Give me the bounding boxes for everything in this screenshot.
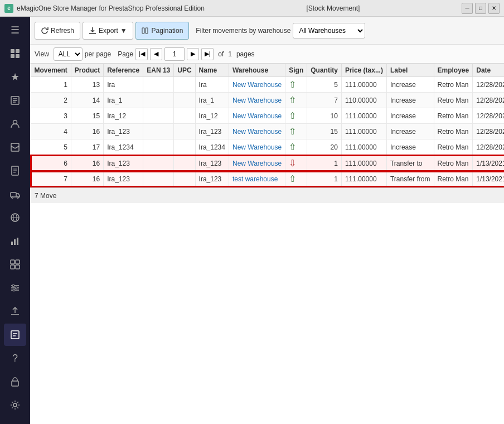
warehouse-filter-select[interactable]: All Warehouses New Warehouse test wareho… <box>293 23 365 38</box>
page-number-input[interactable] <box>164 47 185 61</box>
table-cell[interactable]: New Warehouse <box>229 124 285 139</box>
table-cell[interactable]: New Warehouse <box>229 77 285 93</box>
app-title: eMagicOne Store Manager for PrestaShop P… <box>17 4 205 12</box>
sidebar-item-customers[interactable] <box>4 113 26 135</box>
svg-rect-1 <box>16 49 20 53</box>
total-pages: 1 <box>228 50 232 58</box>
table-cell: 16 <box>71 124 103 139</box>
table-cell: ⇧ <box>285 171 307 187</box>
table-row[interactable]: 113IraIraNew Warehouse⇧5111.00000Increas… <box>31 77 504 93</box>
table-cell: 4 <box>31 124 71 139</box>
table-cell: Transfer to <box>386 155 434 171</box>
of-label: of <box>218 50 224 58</box>
refresh-icon <box>41 27 49 35</box>
svg-rect-41 <box>146 28 148 33</box>
sidebar-item-web[interactable] <box>4 206 26 229</box>
maximize-button[interactable]: □ <box>475 3 486 14</box>
table-cell: Ira_123 <box>104 124 143 139</box>
sidebar-item-catalog[interactable] <box>4 160 26 182</box>
table-cell <box>143 155 174 171</box>
table-cell: 20 <box>307 139 342 156</box>
prev-page-button[interactable]: ◀ <box>150 48 162 60</box>
table-cell: Ira_1234 <box>104 139 143 156</box>
table-cell <box>143 77 174 93</box>
sidebar-item-orders[interactable] <box>4 89 26 112</box>
sidebar-item-help[interactable]: ? <box>4 347 26 369</box>
sidebar-item-dashboard[interactable] <box>4 42 26 65</box>
pagination-label: Pagination <box>152 27 183 35</box>
export-button[interactable]: Export ▼ <box>83 22 133 40</box>
export-icon <box>89 27 96 35</box>
sidebar-item-favorites[interactable]: ★ <box>4 66 26 88</box>
table-cell <box>143 171 174 187</box>
table-cell: Ira_1 <box>104 93 143 108</box>
sidebar-item-products[interactable] <box>4 136 26 158</box>
table-row[interactable]: 214Ira_1Ira_1New Warehouse⇧7110.00000Inc… <box>31 93 504 108</box>
last-page-button[interactable]: ▶| <box>201 48 214 60</box>
table-cell: 2 <box>31 93 71 108</box>
svg-point-16 <box>17 197 19 199</box>
table-cell: 15 <box>307 124 342 139</box>
sidebar-item-reports[interactable] <box>4 230 26 252</box>
svg-point-31 <box>15 287 17 289</box>
table-row[interactable]: 315Ira_12Ira_12New Warehouse⇧10111.00000… <box>31 108 504 124</box>
sidebar-item-stock[interactable] <box>4 324 26 346</box>
table-row[interactable]: 517Ira_1234Ira_1234New Warehouse⇧20111.0… <box>31 139 504 156</box>
sign-up-icon: ⇧ <box>289 127 296 136</box>
sidebar-item-lock[interactable] <box>4 370 26 393</box>
warehouse-link[interactable]: New Warehouse <box>232 81 282 89</box>
table-cell[interactable]: test warehouse <box>229 171 285 187</box>
sidebar-item-upload[interactable] <box>4 300 26 322</box>
table-row[interactable]: 416Ira_123Ira_123New Warehouse⇧15111.000… <box>31 124 504 139</box>
pagination-button[interactable]: Pagination <box>135 22 190 40</box>
table-cell: 5 <box>31 139 71 156</box>
svg-rect-40 <box>142 28 144 33</box>
warehouse-link[interactable]: New Warehouse <box>232 160 282 167</box>
warehouse-link[interactable]: New Warehouse <box>232 97 282 104</box>
sidebar-item-modules[interactable] <box>4 253 26 276</box>
table-cell[interactable]: New Warehouse <box>229 155 285 171</box>
sign-up-icon: ⇧ <box>289 174 296 184</box>
title-bar-left: e eMagicOne Store Manager for PrestaShop… <box>4 4 205 13</box>
table-row[interactable]: 616Ira_123Ira_123New Warehouse⇩1111.0000… <box>31 155 504 171</box>
table-area[interactable]: Movement Product Reference EAN 13 UPC Na… <box>30 64 504 187</box>
close-button[interactable]: ✕ <box>488 3 500 14</box>
pagination-icon <box>142 27 149 35</box>
table-cell: 6 <box>31 155 71 171</box>
table-row[interactable]: 716Ira_123Ira_123test warehouse⇧1111.000… <box>31 171 504 187</box>
warehouse-link[interactable]: test warehouse <box>232 175 278 183</box>
table-cell: Retro Man <box>434 108 473 124</box>
table-cell: 12/28/2020 <box>473 139 504 156</box>
table-cell[interactable]: New Warehouse <box>229 93 285 108</box>
table-cell: 7 <box>307 93 342 108</box>
refresh-button[interactable]: Refresh <box>35 22 80 40</box>
table-cell[interactable]: New Warehouse <box>229 139 285 156</box>
col-date: Date <box>473 64 504 77</box>
sidebar-item-gear[interactable] <box>4 394 26 416</box>
sidebar-item-settings[interactable] <box>4 277 26 299</box>
table-cell[interactable]: New Warehouse <box>229 108 285 124</box>
per-page-select[interactable]: ALL 10 25 50 <box>54 47 83 61</box>
svg-rect-21 <box>14 239 16 245</box>
warehouse-link[interactable]: New Warehouse <box>232 143 282 151</box>
svg-rect-23 <box>11 260 14 264</box>
table-cell: Increase <box>386 108 434 124</box>
first-page-button[interactable]: |◀ <box>135 48 148 60</box>
next-page-button[interactable]: ▶ <box>187 48 199 60</box>
table-cell <box>143 93 174 108</box>
warehouse-link[interactable]: New Warehouse <box>232 112 282 120</box>
minimize-button[interactable]: ─ <box>462 3 473 14</box>
sidebar-item-shipping[interactable] <box>4 183 26 205</box>
sidebar: ☰ ★ <box>0 17 30 424</box>
svg-rect-20 <box>11 242 13 245</box>
table-cell: Ira_1 <box>195 93 229 108</box>
table-cell: Retro Man <box>434 124 473 139</box>
table-cell: 111.00000 <box>341 171 386 187</box>
svg-rect-14 <box>11 192 16 197</box>
table-cell: 12/28/2020 <box>473 124 504 139</box>
sidebar-item-menu[interactable]: ☰ <box>4 19 26 41</box>
table-cell: 13 <box>71 77 103 93</box>
table-header-row: Movement Product Reference EAN 13 UPC Na… <box>31 64 504 77</box>
sign-up-icon: ⇧ <box>289 111 296 121</box>
warehouse-link[interactable]: New Warehouse <box>232 128 282 136</box>
